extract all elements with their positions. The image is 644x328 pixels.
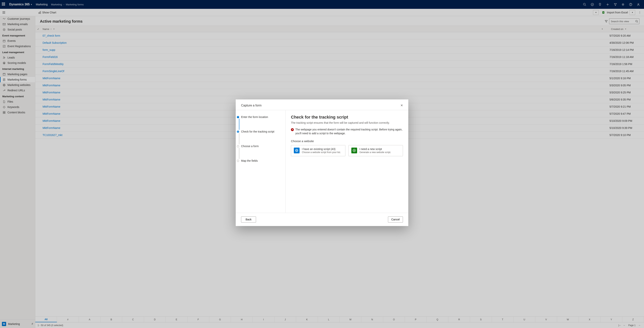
step-label: Check for the tracking script bbox=[241, 130, 274, 133]
wizard-step[interactable]: Map the fields bbox=[237, 159, 282, 162]
close-icon[interactable]: ✕ bbox=[400, 104, 403, 107]
dialog-content: Check for the tracking script The tracki… bbox=[286, 110, 408, 213]
error-icon: ✕ bbox=[291, 128, 294, 131]
wizard-step[interactable]: Choose a form bbox=[237, 145, 282, 159]
wizard-step[interactable]: Check for the tracking script bbox=[237, 130, 282, 145]
choose-website-label: Choose a website bbox=[291, 140, 403, 143]
error-text: The webpage you entered doesn't contain … bbox=[295, 128, 403, 135]
card-subtitle: Choose a website script from your list. bbox=[302, 151, 341, 154]
error-message: ✕ The webpage you entered doesn't contai… bbox=[291, 128, 403, 135]
step-label: Map the fields bbox=[241, 159, 258, 162]
dialog-title: Capture a form bbox=[241, 104, 262, 107]
content-heading: Check for the tracking script bbox=[291, 115, 403, 120]
existing-script-card[interactable]: I have an existing script (43) Choose a … bbox=[291, 145, 346, 156]
back-button[interactable]: Back bbox=[241, 216, 256, 222]
card-subtitle: Generate a new website script. bbox=[360, 151, 391, 154]
globe-icon bbox=[294, 148, 300, 154]
dialog-header: Capture a form ✕ bbox=[236, 99, 408, 110]
step-indicator-icon bbox=[237, 116, 239, 118]
step-indicator-icon bbox=[237, 145, 239, 147]
card-title: I need a new script bbox=[360, 148, 391, 151]
step-label: Choose a form bbox=[241, 145, 259, 148]
plus-circle-icon bbox=[351, 148, 357, 154]
step-indicator-icon bbox=[237, 130, 239, 133]
card-title: I have an existing script (43) bbox=[302, 148, 341, 151]
wizard-steps: Enter the form locationCheck for the tra… bbox=[236, 110, 286, 213]
cancel-button[interactable]: Cancel bbox=[388, 216, 403, 222]
step-indicator-icon bbox=[237, 160, 239, 162]
wizard-step[interactable]: Enter the form location bbox=[237, 116, 282, 130]
content-subtitle: The tracking script ensures that the for… bbox=[291, 121, 403, 124]
dialog-footer: Back Cancel bbox=[236, 213, 408, 226]
capture-form-dialog: Capture a form ✕ Enter the form location… bbox=[236, 99, 408, 226]
new-script-card[interactable]: I need a new script Generate a new websi… bbox=[348, 145, 403, 156]
step-label: Enter the form location bbox=[241, 116, 268, 118]
